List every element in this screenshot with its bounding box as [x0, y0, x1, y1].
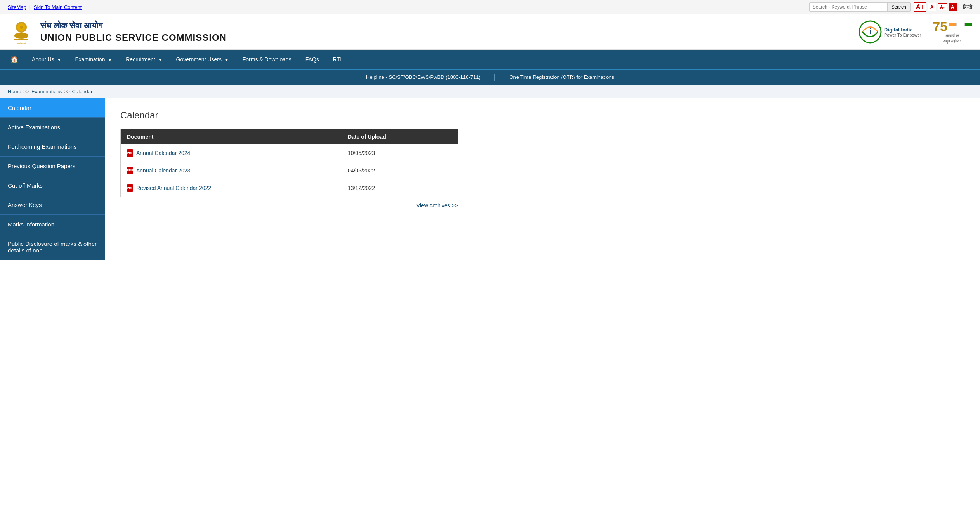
sidebar-previous-question-papers[interactable]: Previous Question Papers — [0, 157, 105, 176]
top-bar: SiteMap | Skip To Main Content Search A+… — [0, 0, 980, 14]
view-archives: View Archives >> — [120, 202, 458, 209]
nav-examination-link[interactable]: Examination ▼ — [68, 51, 119, 68]
svg-rect-5 — [14, 39, 28, 40]
digital-india-sub: Power To Empower — [884, 33, 921, 37]
pdf-icon-2024: PDF — [127, 149, 133, 157]
breadcrumb-home[interactable]: Home — [8, 89, 21, 94]
sidebar-cutoff-marks[interactable]: Cut-off Marks — [0, 176, 105, 195]
doc-link-2022[interactable]: PDF Revised Annual Calendar 2022 — [127, 184, 335, 192]
nav-home-link[interactable]: 🏠 — [4, 50, 25, 69]
nav-recruitment-link[interactable]: Recruitment ▼ — [119, 51, 169, 68]
svg-text:सत्यमेव जयते: सत्यमेव जयते — [16, 42, 26, 45]
nav-about-link[interactable]: About Us ▼ — [25, 51, 68, 68]
table-row: PDF Revised Annual Calendar 2022 13/12/2… — [121, 179, 458, 197]
nav-about-item: About Us ▼ — [25, 51, 68, 68]
top-bar-left: SiteMap | Skip To Main Content — [8, 4, 82, 10]
azadi-text2: अमृत महोत्सव — [943, 38, 962, 44]
nav-rti-item: RTI — [326, 51, 349, 68]
sidebar-calendar[interactable]: Calendar — [0, 98, 105, 118]
skip-link[interactable]: Skip To Main Content — [34, 4, 82, 10]
subnav-helpline-link[interactable]: Helpline - SC/ST/OBC/EWS/PwBD (1800-118-… — [354, 70, 492, 85]
view-archives-link[interactable]: View Archives >> — [416, 202, 458, 209]
nav-govusers-item: Government Users ▼ — [169, 51, 236, 68]
content-wrapper: Calendar Active Examinations Forthcoming… — [0, 98, 980, 292]
table-cell-date-2022: 13/12/2022 — [342, 179, 458, 197]
breadcrumb-examinations[interactable]: Examinations — [31, 89, 62, 94]
table-cell-doc: PDF Annual Calendar 2024 — [121, 144, 342, 162]
org-english-name: UNION PUBLIC SERVICE COMMISSION — [40, 31, 227, 44]
sidebar-forthcoming-examinations[interactable]: Forthcoming Examinations — [0, 137, 105, 157]
subnav-otr-link[interactable]: One Time Registration (OTR) for Examinat… — [498, 70, 625, 85]
table-header-row: Document Date of Upload — [121, 129, 458, 145]
digital-india-label: Digital India — [884, 27, 921, 33]
org-name: संघ लोक सेवा आयोग UNION PUBLIC SERVICE C… — [40, 20, 227, 44]
pdf-icon-2022: PDF — [127, 184, 133, 192]
azadi-flag — [949, 23, 972, 26]
font-contrast-button[interactable]: A — [949, 3, 957, 11]
table-row: PDF Annual Calendar 2024 10/05/2023 — [121, 144, 458, 162]
sidebar-active-examinations[interactable]: Active Examinations — [0, 118, 105, 137]
font-size-controls: A+ A A- A — [914, 2, 957, 12]
doc-link-2024[interactable]: PDF Annual Calendar 2024 — [127, 149, 335, 157]
search-input[interactable] — [810, 3, 887, 11]
doc-name-2023: Annual Calendar 2023 — [136, 167, 190, 174]
azadi-text1: आज़ादी का — [945, 33, 960, 38]
breadcrumb: Home >> Examinations >> Calendar — [0, 85, 980, 98]
hindi-link[interactable]: हिन्दी — [963, 4, 972, 10]
doc-link-2023[interactable]: PDF Annual Calendar 2023 — [127, 167, 335, 174]
svg-point-2 — [20, 26, 23, 29]
table-cell-doc: PDF Revised Annual Calendar 2022 — [121, 179, 342, 197]
azadi-badge: 75 आज़ादी का अमृत महोत्सव — [933, 20, 972, 44]
table-row: PDF Annual Calendar 2023 04/05/2022 — [121, 162, 458, 179]
sidebar: Calendar Active Examinations Forthcoming… — [0, 98, 105, 292]
subnav-helpline-item: Helpline - SC/ST/OBC/EWS/PwBD (1800-118-… — [354, 70, 492, 85]
examination-dropdown-icon: ▼ — [108, 58, 112, 62]
emblem-icon: सत्यमेव जयते — [9, 19, 34, 45]
table-cell-date-2024: 10/05/2023 — [342, 144, 458, 162]
digital-india-emblem: i — [859, 20, 882, 44]
sitemap-link[interactable]: SiteMap — [8, 4, 26, 10]
subnav-otr-item: One Time Registration (OTR) for Examinat… — [498, 70, 625, 85]
top-bar-right: Search A+ A A- A हिन्दी — [809, 2, 972, 12]
main-nav: 🏠 About Us ▼ Examination ▼ Recruitment ▼… — [0, 50, 980, 69]
breadcrumb-sep1: >> — [23, 89, 31, 94]
separator: | — [29, 4, 31, 10]
header-right: i Digital India Power To Empower 75 — [859, 20, 972, 44]
font-decrease-button[interactable]: A- — [938, 3, 947, 10]
search-button[interactable]: Search — [887, 3, 910, 11]
page-title: Calendar — [120, 110, 964, 121]
main-content: Calendar Document Date of Upload PDF Ann… — [105, 98, 980, 292]
nav-forms-item: Forms & Downloads — [236, 51, 298, 68]
sub-nav: Helpline - SC/ST/OBC/EWS/PwBD (1800-118-… — [0, 69, 980, 85]
digital-india-logo: i Digital India Power To Empower — [859, 20, 921, 44]
calendar-table: Document Date of Upload PDF Annual Calen… — [120, 129, 458, 197]
nav-faqs-item: FAQs — [298, 51, 326, 68]
breadcrumb-sep2: >> — [64, 89, 71, 94]
table-cell-doc: PDF Annual Calendar 2023 — [121, 162, 342, 179]
nav-forms-link[interactable]: Forms & Downloads — [236, 51, 298, 68]
nav-rti-link[interactable]: RTI — [326, 51, 349, 68]
pdf-icon-2023: PDF — [127, 167, 133, 174]
govusers-dropdown-icon: ▼ — [225, 58, 229, 62]
about-dropdown-icon: ▼ — [57, 58, 61, 62]
font-normal-button[interactable]: A — [928, 3, 936, 11]
col-document: Document — [121, 129, 342, 145]
svg-text:i: i — [869, 26, 872, 36]
sidebar-answer-keys[interactable]: Answer Keys — [0, 195, 105, 215]
header-left: सत्यमेव जयते संघ लोक सेवा आयोग UNION PUB… — [8, 18, 227, 45]
subnav-divider: | — [492, 73, 498, 81]
org-hindi-name: संघ लोक सेवा आयोग — [40, 20, 227, 31]
azadi-number: 75 — [933, 20, 947, 33]
svg-rect-4 — [17, 34, 26, 38]
sidebar-marks-information[interactable]: Marks Information — [0, 215, 105, 234]
doc-name-2024: Annual Calendar 2024 — [136, 150, 190, 156]
font-increase-button[interactable]: A+ — [914, 2, 926, 12]
emblem-logo: सत्यमेव जयते — [8, 18, 35, 45]
nav-faqs-link[interactable]: FAQs — [298, 51, 326, 68]
header: सत्यमेव जयते संघ लोक सेवा आयोग UNION PUB… — [0, 14, 980, 50]
nav-govusers-link[interactable]: Government Users ▼ — [169, 51, 236, 68]
sidebar-public-disclosure[interactable]: Public Disclosure of marks & other detai… — [0, 234, 105, 260]
table-cell-date-2023: 04/05/2022 — [342, 162, 458, 179]
recruitment-dropdown-icon: ▼ — [158, 58, 162, 62]
nav-recruitment-item: Recruitment ▼ — [119, 51, 169, 68]
